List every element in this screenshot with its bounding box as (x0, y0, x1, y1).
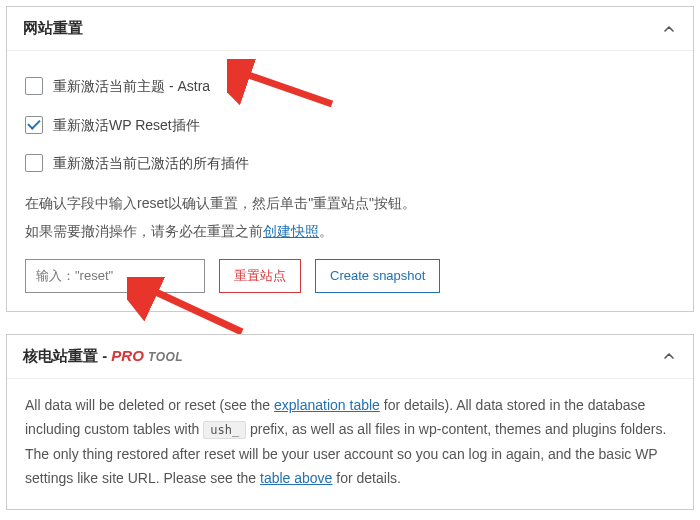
checkbox-reactivate-all-plugins[interactable] (25, 154, 43, 172)
reset-confirm-input[interactable] (25, 259, 205, 293)
checkbox-label: 重新激活当前已激活的所有插件 (53, 150, 249, 177)
checkbox-label: 重新激活当前主题 - Astra (53, 73, 210, 100)
site-reset-panel: 网站重置 重新激活当前主题 - Astra 重新激活WP Reset插件 重新激… (6, 6, 694, 312)
checkbox-label: 重新激活WP Reset插件 (53, 112, 200, 139)
create-snapshot-button[interactable]: Create snapshot (315, 259, 440, 293)
table-prefix-code: ush_ (203, 421, 246, 439)
nuclear-reset-header[interactable]: 核电站重置 - PRO TOOL (7, 335, 693, 379)
site-reset-header[interactable]: 网站重置 (7, 7, 693, 51)
nuclear-reset-panel: 核电站重置 - PRO TOOL All data will be delete… (6, 334, 694, 510)
checkbox-reactivate-wp-reset[interactable] (25, 116, 43, 134)
nuclear-reset-body: All data will be deleted or reset (see t… (7, 379, 693, 509)
nuclear-reset-title: 核电站重置 - PRO TOOL (23, 347, 183, 366)
checkbox-row-reactivate-wp-reset: 重新激活WP Reset插件 (25, 112, 675, 139)
checkbox-row-reactivate-all-plugins: 重新激活当前已激活的所有插件 (25, 150, 675, 177)
chevron-up-icon (661, 21, 677, 37)
reset-site-button[interactable]: 重置站点 (219, 259, 301, 293)
pro-badge: PRO (111, 347, 144, 364)
table-above-link[interactable]: table above (260, 470, 332, 486)
site-reset-title: 网站重置 (23, 19, 83, 38)
chevron-up-icon (661, 348, 677, 364)
explanation-table-link[interactable]: explanation table (274, 397, 380, 413)
checkbox-reactivate-theme[interactable] (25, 77, 43, 95)
checkbox-row-reactivate-theme: 重新激活当前主题 - Astra (25, 73, 675, 100)
create-snapshot-link[interactable]: 创建快照 (263, 223, 319, 239)
reset-actions: 重置站点 Create snapshot (25, 259, 675, 293)
tool-badge: TOOL (148, 350, 183, 364)
reset-instructions: 在确认字段中输入reset以确认重置，然后单击"重置站点"按钮。 如果需要撤消操… (25, 189, 675, 245)
nuclear-reset-description: All data will be deleted or reset (see t… (25, 393, 675, 491)
site-reset-body: 重新激活当前主题 - Astra 重新激活WP Reset插件 重新激活当前已激… (7, 51, 693, 311)
